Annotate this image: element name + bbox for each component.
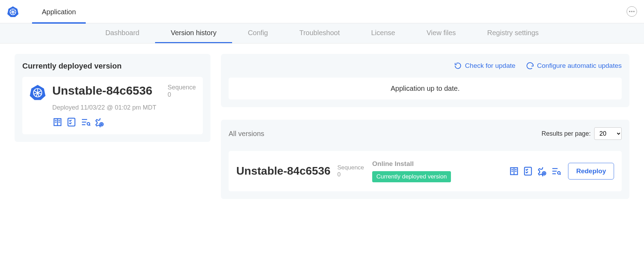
results-per-page-label: Results per page:: [542, 130, 591, 137]
configure-updates-label: Configure automatic updates: [537, 62, 622, 70]
refresh-icon: [454, 62, 462, 70]
update-panel: Check for update Configure automatic upd…: [221, 54, 629, 107]
svg-point-11: [633, 11, 635, 12]
deployed-version-panel: Currently deployed version: [15, 54, 210, 142]
results-per-page-select[interactable]: 20: [594, 127, 622, 140]
check-for-update-link[interactable]: Check for update: [454, 62, 515, 70]
top-header: Application: [0, 0, 644, 23]
check-update-label: Check for update: [465, 62, 515, 70]
version-row-name: Unstable-84c6536: [236, 164, 337, 178]
version-row-sequence: Sequence 0: [337, 164, 372, 178]
subnav-item-license[interactable]: License: [355, 23, 411, 43]
install-type: Online Install: [372, 160, 451, 168]
deploy-logs-icon[interactable]: [80, 117, 91, 127]
more-menu-button[interactable]: [627, 6, 637, 17]
subnav-item-registry-settings[interactable]: Registry settings: [472, 23, 554, 43]
deployed-sequence: Sequence 0: [168, 84, 196, 98]
sub-nav: DashboardVersion historyConfigTroublesho…: [0, 23, 644, 43]
svg-point-9: [629, 11, 630, 12]
version-row: Unstable-84c6536 Sequence 0 Online Insta…: [229, 151, 622, 191]
deployed-timestamp: Deployed 11/03/22 @ 01:02 pm MDT: [52, 104, 196, 111]
svg-point-39: [544, 173, 545, 174]
subnav-item-config[interactable]: Config: [232, 23, 284, 43]
subnav-item-dashboard[interactable]: Dashboard: [90, 23, 155, 43]
release-notes-icon[interactable]: [509, 166, 519, 176]
subnav-item-version-history[interactable]: Version history: [155, 23, 232, 43]
svg-point-32: [101, 123, 102, 125]
preflight-checks-icon[interactable]: [523, 166, 533, 176]
redeploy-button[interactable]: Redeploy: [568, 163, 614, 180]
config-icon[interactable]: [537, 166, 547, 176]
sequence-value: 0: [337, 171, 372, 178]
svg-rect-37: [524, 167, 531, 175]
app-tab[interactable]: Application: [32, 1, 86, 24]
svg-rect-25: [68, 118, 75, 126]
subnav-item-troubleshoot[interactable]: Troubleshoot: [284, 23, 355, 43]
kubernetes-logo-icon: [29, 84, 46, 101]
deploy-logs-icon[interactable]: [551, 166, 561, 176]
svg-line-44: [560, 174, 561, 175]
preflight-checks-icon[interactable]: [66, 117, 77, 127]
svg-point-10: [631, 11, 632, 12]
configure-auto-updates-link[interactable]: Configure automatic updates: [526, 62, 622, 70]
deployed-panel-title: Currently deployed version: [22, 62, 203, 71]
all-versions-panel: All versions Results per page: 20 Unstab…: [221, 120, 629, 199]
sequence-label: Sequence: [168, 84, 196, 91]
svg-line-30: [89, 125, 90, 126]
version-badge: Currently deployed version: [372, 171, 451, 182]
deployed-version-name: Unstable-84c6536: [52, 84, 152, 97]
kubernetes-logo-icon: [7, 6, 19, 17]
update-status-bar: Application up to date.: [229, 78, 622, 99]
config-icon[interactable]: [94, 117, 105, 127]
svg-point-31: [100, 122, 103, 126]
sequence-label: Sequence: [337, 164, 372, 171]
page-body: Currently deployed version: [0, 43, 644, 209]
sequence-value: 0: [168, 91, 196, 98]
sync-icon: [526, 62, 534, 70]
release-notes-icon[interactable]: [52, 117, 63, 127]
deployed-version-card: Unstable-84c6536 Sequence 0 Deployed 11/…: [22, 77, 203, 134]
all-versions-title: All versions: [229, 130, 264, 138]
ellipsis-icon: [629, 11, 635, 12]
svg-point-38: [543, 172, 546, 175]
subnav-item-view-files[interactable]: View files: [411, 23, 472, 43]
